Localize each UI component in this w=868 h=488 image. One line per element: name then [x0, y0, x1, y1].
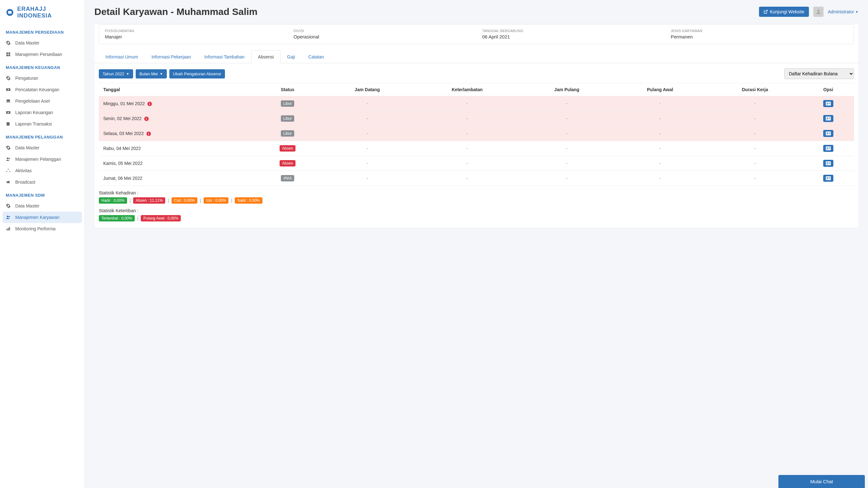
view-select[interactable]: Daftar Kehadiran Bulana: [784, 68, 854, 79]
sidebar-item-pencatatan-keuangan[interactable]: Pencatatan Keuangan: [0, 84, 85, 95]
sidebar-item-label: Manajemen Karyawan: [15, 215, 59, 220]
tab-catatan[interactable]: Catatan: [302, 50, 331, 63]
year-label: Tahun 2022: [103, 71, 124, 76]
cell-opsi: [803, 96, 854, 111]
svg-point-16: [817, 9, 819, 12]
cell-durasi: -: [708, 156, 803, 171]
stat-badge: Sakit : 0,00%: [235, 197, 262, 204]
visit-website-button[interactable]: Kunjungi Website: [759, 7, 809, 17]
cell-tanggal: Jumat, 06 Mei 2022: [99, 171, 254, 186]
info-divisi: DIVISI Operasional: [288, 25, 476, 44]
cell-opsi: [803, 111, 854, 126]
cell-jam-pulang: -: [521, 156, 613, 171]
jenis-value: Permanen: [671, 34, 848, 39]
svg-rect-44: [828, 177, 830, 178]
user-dropdown[interactable]: Administrator ▼: [828, 9, 859, 14]
svg-rect-34: [828, 147, 830, 148]
sidebar-item-label: Pengaturan: [15, 75, 38, 81]
month-dropdown[interactable]: Bulan Mei ▼: [136, 69, 167, 79]
table-row: Selasa, 03 Mei 2022 iLibur-----: [99, 126, 854, 141]
svg-point-33: [826, 147, 828, 149]
info-jenis: JENIS KARYAWAN Permanen: [665, 25, 854, 44]
status-badge: Libur: [281, 130, 294, 136]
attendance-settings-button[interactable]: Ubah Pengaturan Absensi: [169, 69, 225, 79]
svg-rect-25: [828, 119, 830, 119]
sidebar-item-pengaturan[interactable]: Pengaturan: [0, 72, 85, 84]
month-label: Bulan Mei: [140, 71, 158, 76]
cell-keterlambatan: -: [413, 171, 521, 186]
info-icon[interactable]: i: [144, 117, 149, 121]
year-dropdown[interactable]: Tahun 2022 ▼: [99, 69, 133, 79]
cell-durasi: -: [708, 96, 803, 111]
sidebar-item-laporan-keuangan[interactable]: Laporan Keuangan: [0, 107, 85, 118]
status-badge: Libur: [281, 115, 294, 122]
info-icon[interactable]: i: [147, 131, 151, 136]
cell-status: Libur: [254, 111, 321, 126]
svg-point-23: [826, 118, 828, 119]
column-header: Jam Pulang: [521, 83, 613, 96]
attendance-toolbar: Tahun 2022 ▼ Bulan Mei ▼ Ubah Pengaturan…: [99, 68, 854, 79]
cell-jam-datang: -: [321, 96, 413, 111]
tab-gaji[interactable]: Gaji: [281, 50, 302, 63]
sidebar-item-label: Manajemen Persediaan: [15, 52, 62, 57]
cell-keterlambatan: -: [413, 96, 521, 111]
tab-absensi[interactable]: Absensi: [251, 50, 281, 63]
sidebar-item-monitoring-performa[interactable]: Monitoring Performa: [0, 223, 85, 235]
posisi-value: Manajer: [105, 34, 282, 39]
column-header: Opsi: [803, 83, 854, 96]
cell-pulang-awal: -: [613, 111, 708, 126]
tab-informasi-tambahan[interactable]: Informasi Tambahan: [197, 50, 251, 63]
sidebar-item-data-master[interactable]: Data Master: [0, 37, 85, 49]
sidebar-item-label: Data Master: [15, 203, 39, 208]
sidebar-item-manajemen-karyawan[interactable]: Manajemen Karyawan: [3, 212, 82, 223]
sidebar-item-manajemen-persediaan[interactable]: Manajemen Persediaan: [0, 49, 85, 60]
svg-point-43: [826, 177, 828, 179]
detail-button[interactable]: [823, 100, 833, 107]
cell-status: Libur: [254, 126, 321, 141]
cell-durasi: -: [708, 126, 803, 141]
info-icon[interactable]: i: [148, 102, 152, 106]
sidebar-item-label: Monitoring Performa: [15, 226, 56, 231]
stat-badge: Terlambat : 0,00%: [99, 215, 135, 221]
tab-informasi-umum[interactable]: Informasi Umum: [99, 50, 145, 63]
stat-badge: Pulang Awal : 0,00%: [141, 215, 181, 221]
book-icon: [6, 121, 11, 126]
info-posisi: POSISI/JABATAN Manajer: [99, 25, 288, 44]
sidebar-item-laporan-transaksi[interactable]: Laporan Transaksi: [0, 118, 85, 130]
recycle-icon: [6, 168, 11, 173]
cell-jam-datang: -: [321, 171, 413, 186]
svg-rect-36: [826, 149, 828, 149]
column-header: Keterlambatan: [413, 83, 521, 96]
detail-button[interactable]: [823, 130, 833, 137]
brand-logo-icon: [6, 8, 14, 17]
brand[interactable]: ERAHAJJ INDONESIA: [0, 6, 85, 25]
svg-rect-39: [828, 162, 830, 163]
divisi-label: DIVISI: [293, 29, 471, 33]
sidebar-item-manajemen-pelanggan[interactable]: Manajemen Pelanggan: [0, 153, 85, 165]
employee-card: POSISI/JABATAN Manajer DIVISI Operasiona…: [94, 24, 859, 228]
avatar[interactable]: [813, 7, 824, 17]
detail-button[interactable]: [823, 160, 833, 167]
nav-section-title: MANAJEMEN SDM: [0, 188, 85, 200]
table-row: Rabu, 04 Mei 2022Absen-----: [99, 141, 854, 156]
detail-button[interactable]: [823, 145, 833, 152]
cell-jam-pulang: -: [521, 171, 613, 186]
detail-button[interactable]: [823, 175, 833, 182]
detail-button[interactable]: [823, 115, 833, 122]
sidebar-item-data-master[interactable]: Data Master: [0, 142, 85, 153]
sidebar-item-aktivitas[interactable]: Aktivitas: [0, 165, 85, 176]
cell-durasi: -: [708, 141, 803, 156]
cell-jam-pulang: -: [521, 96, 613, 111]
tab-informasi-pekerjaan[interactable]: Informasi Pekerjaan: [145, 50, 198, 63]
sidebar-item-pengelolaan-aset[interactable]: Pengelolaan Aset: [0, 95, 85, 107]
status-badge: Absen: [280, 145, 296, 152]
cell-jam-datang: -: [321, 156, 413, 171]
cell-jam-pulang: -: [521, 111, 613, 126]
start-chat-button[interactable]: Mulai Chat: [778, 475, 865, 488]
svg-rect-13: [8, 228, 9, 230]
status-badge: Absen: [280, 160, 296, 166]
boxes-icon: [6, 52, 11, 57]
tanggal-value: 06 April 2021: [482, 34, 659, 39]
sidebar-item-broadcast[interactable]: Broadcast: [0, 176, 85, 188]
sidebar-item-data-master[interactable]: Data Master: [0, 200, 85, 212]
